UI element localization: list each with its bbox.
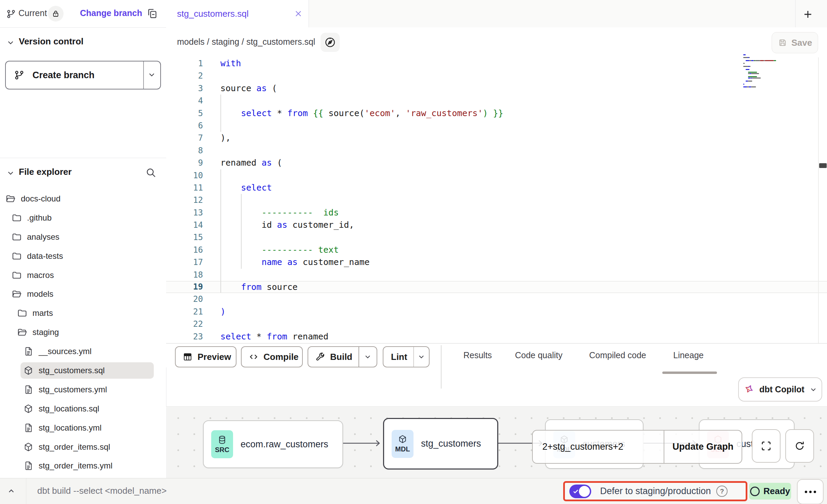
code-text: ---------- text: [220, 244, 339, 256]
preview-button[interactable]: Preview: [175, 346, 236, 367]
code-line-23[interactable]: 23select * from renamed: [166, 331, 827, 343]
save-icon: [778, 38, 787, 47]
lineage-selector-input[interactable]: 2+stg_customers+2: [533, 442, 664, 452]
defer-toggle[interactable]: [569, 485, 591, 498]
lint-button[interactable]: Lint: [383, 346, 430, 367]
code-line-13[interactable]: 13 ---------- ids: [166, 207, 827, 219]
file-tree-item-stg-customers-yml[interactable]: stg_customers.yml: [0, 380, 166, 399]
file-tree-item--sources-yml[interactable]: __sources.yml: [0, 342, 166, 361]
tab-code-quality[interactable]: Code quality: [515, 350, 562, 360]
indent-guide: [220, 95, 221, 107]
more-options-button[interactable]: [797, 479, 824, 504]
file-tree-item-marts[interactable]: marts: [0, 304, 166, 323]
tabbar-divider: [795, 0, 796, 27]
code-line-1[interactable]: 1with: [166, 57, 827, 70]
search-icon[interactable]: [145, 167, 157, 178]
branch-locked-badge: [48, 6, 64, 22]
file-tree-item-macros[interactable]: macros: [0, 266, 166, 285]
tab-stg-customers-sql[interactable]: stg_customers.sql: [166, 0, 309, 27]
version-control-header[interactable]: Version control: [0, 33, 166, 51]
indent-guide: [220, 182, 221, 194]
code-line-11[interactable]: 11 select: [166, 182, 827, 194]
indent-guide: [241, 194, 242, 206]
line-number: 13: [166, 207, 203, 219]
help-icon[interactable]: ?: [716, 486, 728, 497]
collapse-panel-button[interactable]: [6, 486, 16, 496]
new-tab-button[interactable]: [800, 7, 815, 22]
file-tree-item-stg-order-items-yml[interactable]: stg_order_items.yml: [0, 456, 166, 475]
main-panel: stg_customers.sql models / staging / stg…: [166, 0, 827, 504]
file-explorer-header[interactable]: File explorer: [0, 163, 166, 181]
file-tree-item-data-tests[interactable]: data-tests: [0, 247, 166, 266]
file-tree-item-stg-order-items-sql[interactable]: stg_order_items.sql: [0, 437, 166, 457]
code-line-5[interactable]: 5 select * from {{ source('ecom', 'raw_c…: [166, 107, 827, 120]
file-tree-item-stg-customers-sql[interactable]: stg_customers.sql: [0, 361, 166, 380]
copy-branch-icon[interactable]: [146, 8, 158, 19]
tab-lineage[interactable]: Lineage: [673, 350, 704, 360]
file-tree-item-stg-locations-yml[interactable]: stg_locations.yml: [0, 418, 166, 437]
create-branch-button[interactable]: Create branch: [5, 61, 161, 89]
code-line-21[interactable]: 21): [166, 306, 827, 318]
code-text: select: [220, 182, 272, 194]
file-tree-item--github[interactable]: .github: [0, 208, 166, 227]
code-line-6[interactable]: 6: [166, 120, 827, 132]
database-icon: [217, 435, 227, 445]
compile-button[interactable]: Compile: [241, 346, 303, 367]
active-tab-underline: [662, 372, 717, 374]
section-divider: [0, 158, 166, 158]
lint-menu-button[interactable]: [414, 353, 429, 361]
code-line-14[interactable]: 14 id as customer_id,: [166, 219, 827, 231]
command-input[interactable]: dbt build --select <model_name>: [37, 486, 167, 496]
code-line-8[interactable]: 8: [166, 144, 827, 157]
file-tree-item-analyses[interactable]: analyses: [0, 227, 166, 247]
lineage-node-source[interactable]: SRC ecom.raw_customers: [203, 420, 343, 468]
copilot-compass-button[interactable]: [321, 33, 340, 52]
code-line-12[interactable]: 12: [166, 194, 827, 206]
build-menu-button[interactable]: [359, 353, 377, 361]
code-line-7[interactable]: 7),: [166, 132, 827, 144]
fullscreen-button[interactable]: [752, 429, 781, 463]
code-line-9[interactable]: 9renamed as (: [166, 157, 827, 169]
code-line-4[interactable]: 4: [166, 95, 827, 107]
editor-scrollbar-thumb[interactable]: [819, 163, 827, 168]
lineage-node-stg-customers[interactable]: MDL stg_customers: [383, 418, 498, 470]
file-label: docs-cloud: [21, 194, 60, 204]
code-line-2[interactable]: 2: [166, 70, 827, 82]
code-line-16[interactable]: 16 ---------- text: [166, 244, 827, 256]
lineage-canvas[interactable]: SRC ecom.raw_customers MDL stg_customers…: [166, 406, 827, 478]
file-tree-item-stg-locations-sql[interactable]: stg_locations.sql: [0, 399, 166, 418]
ready-ring-icon: [750, 487, 760, 496]
code-line-3[interactable]: 3source as (: [166, 82, 827, 95]
refresh-button[interactable]: [785, 429, 814, 463]
update-graph-button[interactable]: Update Graph: [664, 442, 742, 452]
dbt-copilot-button[interactable]: dbt Copilot: [738, 377, 822, 402]
build-button[interactable]: Build: [308, 346, 377, 367]
line-number: 2: [166, 70, 203, 82]
minimap-line: [743, 86, 822, 88]
close-tab-icon[interactable]: [294, 9, 303, 18]
code-line-17[interactable]: 17 name as customer_name: [166, 256, 827, 268]
tab-compiled-code[interactable]: Compiled code: [589, 350, 646, 360]
file-label: stg_order_items.yml: [39, 461, 112, 471]
code-line-19[interactable]: 19 from source: [166, 281, 827, 293]
code-line-18[interactable]: 18: [166, 269, 827, 281]
tab-results[interactable]: Results: [463, 350, 492, 360]
code-line-22[interactable]: 22: [166, 318, 827, 330]
code-line-20[interactable]: 20: [166, 293, 827, 305]
save-button[interactable]: Save: [772, 32, 818, 53]
code-line-10[interactable]: 10: [166, 169, 827, 182]
file-label: stg_locations.yml: [39, 423, 101, 433]
code-line-15[interactable]: 15: [166, 231, 827, 243]
lock-icon: [52, 10, 60, 18]
editor-minimap[interactable]: [743, 54, 822, 88]
create-branch-menu-button[interactable]: [147, 70, 156, 79]
indent-guide: [220, 244, 221, 256]
file-label: stg_customers.sql: [39, 366, 105, 375]
change-branch-link[interactable]: Change branch: [80, 8, 142, 18]
code-editor[interactable]: 1with23source as (45 select * from {{ so…: [166, 57, 827, 343]
file-tree-item-docs-cloud[interactable]: docs-cloud: [0, 189, 166, 208]
file-tree-item-staging[interactable]: staging: [0, 323, 166, 342]
line-number: 22: [166, 318, 203, 330]
file-tree-item-models[interactable]: models: [0, 284, 166, 304]
folder-icon: [12, 213, 22, 223]
